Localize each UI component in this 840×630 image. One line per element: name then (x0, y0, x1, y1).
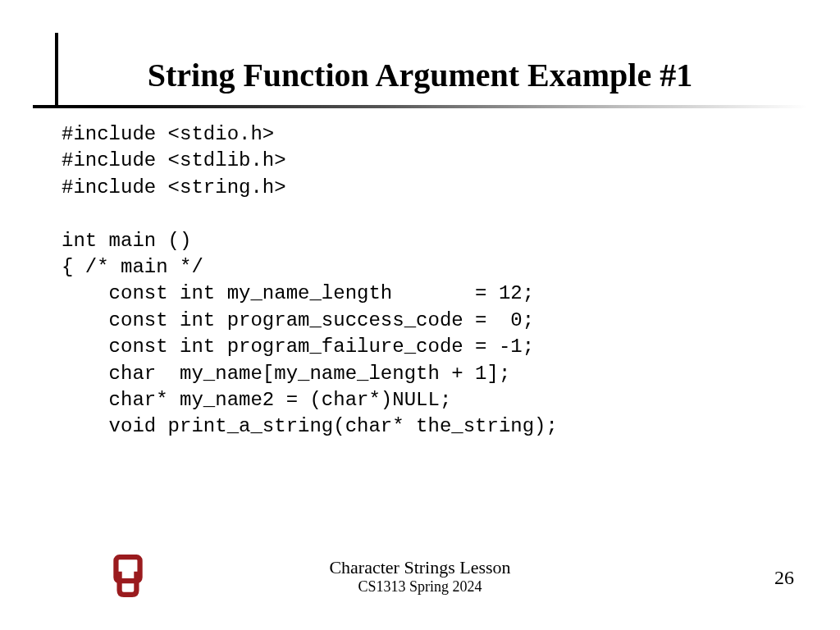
footer-course: CS1313 Spring 2024 (0, 578, 840, 596)
footer-lesson: Character Strings Lesson (0, 557, 840, 578)
footer: Character Strings Lesson CS1313 Spring 2… (0, 557, 840, 596)
slide-title: String Function Argument Example #1 (0, 56, 840, 94)
page-number: 26 (774, 567, 794, 589)
title-rule-horizontal (33, 105, 807, 108)
slide: String Function Argument Example #1 #inc… (0, 0, 840, 630)
code-block: #include <stdio.h> #include <stdlib.h> #… (62, 121, 558, 441)
